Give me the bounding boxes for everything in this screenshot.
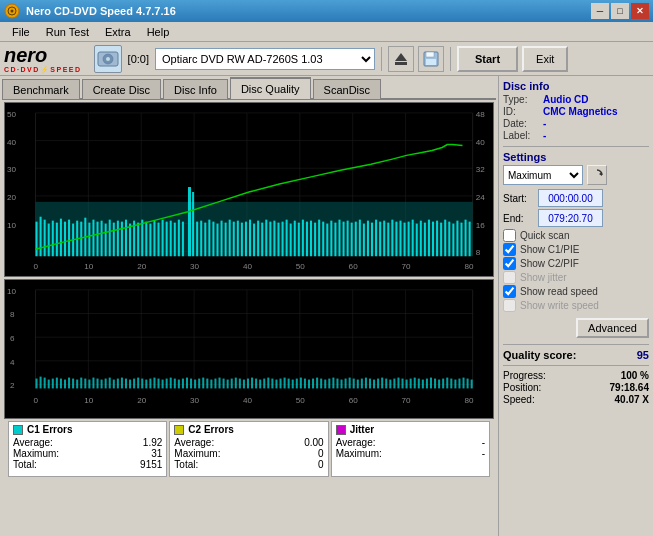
- disc-type-row: Type: Audio CD: [503, 94, 649, 105]
- nero-logo-sub: CD·DVD⚡SPEED: [4, 66, 82, 73]
- svg-rect-10: [426, 59, 436, 65]
- app-icon: [4, 3, 20, 19]
- read-speed-checkbox[interactable]: [503, 285, 516, 298]
- svg-rect-231: [292, 380, 294, 389]
- tab-benchmark[interactable]: Benchmark: [2, 79, 80, 99]
- svg-text:70: 70: [402, 262, 412, 271]
- svg-rect-114: [391, 220, 393, 257]
- svg-text:10: 10: [7, 287, 17, 296]
- advanced-button[interactable]: Advanced: [576, 318, 649, 338]
- write-speed-checkbox[interactable]: [503, 299, 516, 312]
- svg-rect-116: [399, 221, 401, 257]
- settings-title: Settings: [503, 151, 649, 163]
- svg-rect-171: [48, 380, 50, 389]
- svg-marker-6: [395, 53, 407, 61]
- svg-rect-254: [385, 379, 387, 389]
- jitter-checkbox[interactable]: [503, 271, 516, 284]
- disc-label-row: Label: -: [503, 130, 649, 141]
- start-time-input[interactable]: [538, 189, 603, 207]
- svg-rect-83: [265, 220, 267, 257]
- svg-text:8: 8: [10, 311, 15, 320]
- speed-icon-button[interactable]: [587, 165, 607, 185]
- chart-bottom-svg: 10 8 6 4 2 0 10 20 30 40 50 60 70 80: [5, 280, 493, 418]
- eject-button[interactable]: [388, 46, 414, 72]
- svg-rect-31: [52, 221, 54, 257]
- svg-text:40: 40: [243, 262, 253, 271]
- svg-rect-175: [64, 380, 66, 389]
- svg-rect-132: [465, 220, 467, 257]
- tab-disc-quality[interactable]: Disc Quality: [230, 77, 311, 99]
- svg-text:30: 30: [190, 262, 200, 271]
- svg-rect-246: [353, 379, 355, 389]
- svg-rect-238: [320, 379, 322, 389]
- svg-rect-234: [304, 379, 306, 389]
- svg-rect-103: [347, 221, 349, 257]
- speed-select[interactable]: Maximum: [503, 165, 583, 185]
- svg-rect-40: [88, 223, 90, 257]
- svg-rect-95: [314, 223, 316, 257]
- svg-rect-88: [286, 220, 288, 257]
- progress-speed-row: Speed: 40.07 X: [503, 394, 649, 405]
- svg-rect-269: [446, 378, 448, 389]
- svg-rect-221: [251, 378, 253, 389]
- save-button[interactable]: [418, 46, 444, 72]
- svg-rect-213: [219, 378, 221, 389]
- svg-rect-73: [225, 223, 227, 257]
- c1pie-checkbox[interactable]: [503, 243, 516, 256]
- menu-run-test[interactable]: Run Test: [38, 24, 97, 40]
- menu-help[interactable]: Help: [139, 24, 178, 40]
- tab-bar: Benchmark Create Disc Disc Info Disc Qua…: [2, 78, 496, 100]
- menu-extra[interactable]: Extra: [97, 24, 139, 40]
- svg-rect-207: [194, 380, 196, 389]
- svg-rect-212: [214, 379, 216, 389]
- c2pif-checkbox[interactable]: [503, 257, 516, 270]
- svg-text:80: 80: [465, 396, 475, 405]
- svg-rect-87: [282, 222, 284, 257]
- jitter-color-dot: [336, 425, 346, 435]
- svg-rect-96: [318, 220, 320, 257]
- svg-rect-32: [56, 223, 58, 257]
- svg-rect-131: [460, 223, 462, 257]
- svg-text:60: 60: [349, 262, 359, 271]
- start-button[interactable]: Start: [457, 46, 518, 72]
- maximize-button[interactable]: □: [611, 3, 629, 19]
- svg-rect-110: [375, 220, 377, 257]
- menu-file[interactable]: File: [4, 24, 38, 40]
- end-time-row: End:: [503, 209, 649, 227]
- settings-section: Settings Maximum Start: End:: [503, 146, 649, 338]
- svg-rect-215: [227, 380, 229, 389]
- tab-create-disc[interactable]: Create Disc: [82, 79, 161, 99]
- svg-rect-43: [101, 221, 103, 257]
- svg-rect-194: [141, 379, 143, 389]
- svg-rect-203: [178, 380, 180, 389]
- minimize-button[interactable]: ─: [591, 3, 609, 19]
- legend-jitter: Jitter Average: - Maximum: -: [331, 421, 490, 477]
- drive-select[interactable]: Optiarc DVD RW AD-7260S 1.03: [155, 48, 375, 70]
- svg-rect-34: [64, 222, 66, 257]
- svg-rect-257: [397, 378, 399, 389]
- svg-text:40: 40: [243, 396, 253, 405]
- exit-button[interactable]: Exit: [522, 46, 568, 72]
- svg-rect-48: [121, 222, 123, 257]
- tab-scan-disc[interactable]: ScanDisc: [313, 79, 381, 99]
- toolbar: nero CD·DVD⚡SPEED [0:0] Optiarc DVD RW A…: [0, 42, 653, 76]
- end-time-input[interactable]: [538, 209, 603, 227]
- svg-rect-45: [109, 220, 111, 257]
- tab-disc-info[interactable]: Disc Info: [163, 79, 228, 99]
- svg-rect-84: [269, 222, 271, 257]
- svg-rect-187: [113, 380, 115, 389]
- svg-rect-80: [253, 224, 255, 257]
- svg-text:4: 4: [10, 358, 15, 367]
- chart-bottom: 10 8 6 4 2 0 10 20 30 40 50 60 70 80: [4, 279, 494, 419]
- svg-rect-56: [145, 222, 147, 257]
- svg-text:48: 48: [476, 110, 486, 119]
- quality-row: Quality score: 95: [503, 344, 649, 361]
- svg-rect-214: [223, 379, 225, 389]
- svg-rect-260: [410, 379, 412, 389]
- svg-rect-177: [72, 379, 74, 389]
- close-button[interactable]: ✕: [631, 3, 649, 19]
- svg-rect-79: [249, 220, 251, 257]
- svg-rect-90: [294, 221, 296, 257]
- svg-rect-186: [109, 378, 111, 389]
- quick-scan-checkbox[interactable]: [503, 229, 516, 242]
